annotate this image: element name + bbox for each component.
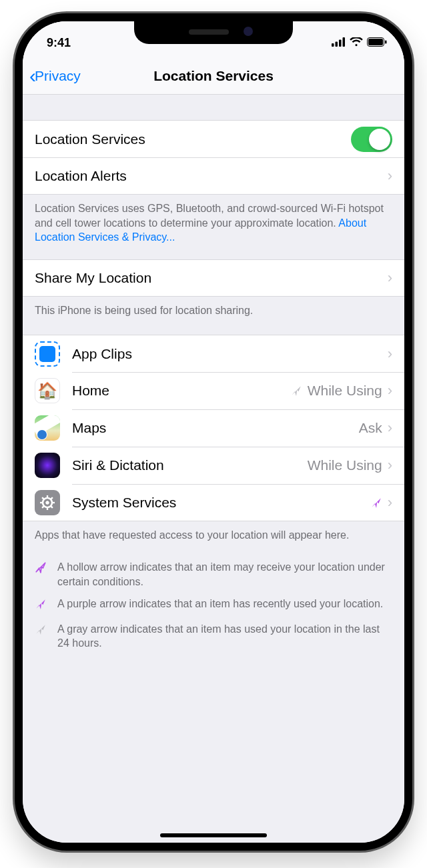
location-arrow-purple-icon xyxy=(35,597,48,614)
svg-line-15 xyxy=(42,506,44,508)
app-row-siri[interactable]: Siri & DictationWhile Using› xyxy=(23,447,404,484)
location-arrow-gray-icon xyxy=(35,622,48,651)
app-name: Home xyxy=(72,383,290,399)
svg-line-14 xyxy=(51,506,53,508)
chevron-right-icon: › xyxy=(388,419,392,437)
page-title: Location Services xyxy=(153,68,274,84)
power-button xyxy=(405,205,408,279)
legend-text: A hollow arrow indicates that an item ma… xyxy=(57,560,392,589)
chevron-right-icon: › xyxy=(388,167,392,185)
share-my-location-row[interactable]: Share My Location › xyxy=(23,259,404,297)
location-alerts-label: Location Alerts xyxy=(35,168,388,184)
svg-rect-2 xyxy=(339,39,342,47)
location-arrow-hollow-purple-icon xyxy=(35,560,48,589)
maps-icon xyxy=(35,415,60,441)
mute-switch xyxy=(19,141,22,165)
location-services-row: Location Services xyxy=(23,120,404,157)
back-label: Privacy xyxy=(35,68,81,84)
legend-row: A purple arrow indicates that an item ha… xyxy=(35,593,392,618)
location-arrow-gray-icon xyxy=(290,385,302,397)
svg-rect-0 xyxy=(332,43,334,47)
share-footer: This iPhone is being used for location s… xyxy=(23,297,404,325)
svg-point-8 xyxy=(46,501,49,504)
location-services-toggle[interactable] xyxy=(351,127,392,152)
app-name: System Services xyxy=(72,495,370,511)
svg-line-13 xyxy=(42,497,44,499)
wifi-icon xyxy=(350,36,363,50)
back-button[interactable]: ‹ Privacy xyxy=(29,66,81,86)
legend-text: A gray arrow indicates that an item has … xyxy=(57,622,392,651)
app-name: App Clips xyxy=(72,346,388,362)
status-time: 9:41 xyxy=(47,36,71,50)
home-icon: 🏠 xyxy=(35,378,60,403)
app-name: Siri & Dictation xyxy=(72,457,308,473)
svg-line-16 xyxy=(51,497,53,499)
nav-bar: ‹ Privacy Location Services xyxy=(23,57,404,95)
phone-frame: 9:41 ‹ Privacy Location Services xyxy=(15,13,412,851)
battery-icon xyxy=(367,36,387,50)
svg-rect-3 xyxy=(343,37,346,47)
volume-down xyxy=(19,243,22,289)
about-footer: Location Services uses GPS, Bluetooth, a… xyxy=(23,195,404,251)
notch xyxy=(134,20,293,44)
svg-rect-1 xyxy=(336,41,338,47)
chevron-right-icon: › xyxy=(388,382,392,399)
legend: A hollow arrow indicates that an item ma… xyxy=(23,549,404,661)
app-row-home[interactable]: 🏠HomeWhile Using› xyxy=(23,372,404,409)
chevron-right-icon: › xyxy=(388,494,392,511)
location-services-label: Location Services xyxy=(35,131,351,147)
svg-rect-5 xyxy=(368,39,383,45)
settings-gear-icon xyxy=(35,490,60,515)
cellular-icon xyxy=(332,36,346,50)
svg-rect-6 xyxy=(385,40,387,43)
location-alerts-row[interactable]: Location Alerts › xyxy=(23,157,404,195)
app-row-sys[interactable]: System Services› xyxy=(23,484,404,521)
chevron-right-icon: › xyxy=(388,345,392,363)
siri-icon xyxy=(35,453,60,478)
chevron-right-icon: › xyxy=(388,457,392,474)
legend-row: A hollow arrow indicates that an item ma… xyxy=(35,556,392,593)
app-row-maps[interactable]: MapsAsk› xyxy=(23,409,404,447)
app-permission-value: While Using xyxy=(308,383,382,399)
apps-footer: Apps that have requested access to your … xyxy=(23,521,404,549)
app-permission-value: While Using xyxy=(308,457,382,473)
legend-text: A purple arrow indicates that an item ha… xyxy=(57,597,383,614)
app-permission-value: Ask xyxy=(359,420,382,436)
app-row-appclips[interactable]: App Clips› xyxy=(23,335,404,372)
volume-up xyxy=(19,187,22,233)
home-indicator[interactable] xyxy=(160,833,267,837)
share-my-location-label: Share My Location xyxy=(35,270,388,286)
location-arrow-purple-icon xyxy=(370,497,382,509)
app-name: Maps xyxy=(72,420,359,436)
appclips-icon xyxy=(35,341,60,367)
chevron-right-icon: › xyxy=(388,269,392,287)
legend-row: A gray arrow indicates that an item has … xyxy=(35,618,392,655)
